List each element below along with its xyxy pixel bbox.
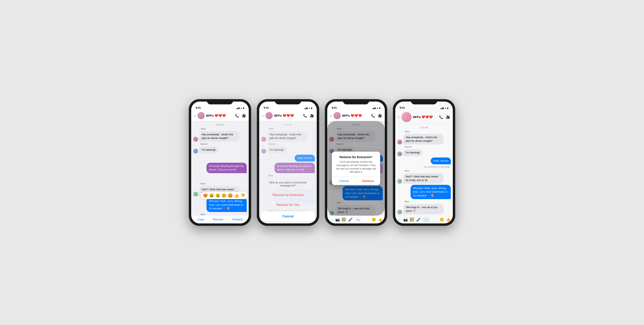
chat-title-4[interactable]: BFFs ❤️❤️❤️ bbox=[413, 115, 438, 119]
emoji-thumbsdown[interactable]: 👎 bbox=[240, 193, 245, 198]
camera-icon-4[interactable]: 📷 bbox=[403, 217, 408, 222]
bubble-tanvi-4: Hey everybody - what's the plan for dinn… bbox=[403, 134, 444, 144]
back-button-2[interactable]: ‹ bbox=[262, 113, 264, 118]
status-time-4: 9:41 bbox=[400, 106, 405, 109]
bar1-2 bbox=[304, 108, 305, 109]
emoji-thumbsup[interactable]: 👍 bbox=[234, 193, 239, 198]
sender-tanvi-4: Tanvi bbox=[404, 130, 451, 133]
avatar-rachel-2 bbox=[261, 149, 266, 153]
sheet-title-2: Who do you want to remove this message f… bbox=[261, 178, 315, 190]
alert-cancel-btn-3[interactable]: Cancel bbox=[332, 177, 356, 185]
toolbar-3: ⋯ 📷 🖼️ 🎤 Aa 🙂 👍 bbox=[327, 216, 385, 223]
phone-icon-3[interactable]: 📞 bbox=[371, 114, 375, 118]
alert-remove-btn-3[interactable]: Remove bbox=[356, 177, 380, 185]
mic-icon-3[interactable]: 🎤 bbox=[348, 217, 352, 222]
notch-4 bbox=[411, 99, 437, 104]
emoji-icon-4[interactable]: 🙂 bbox=[440, 217, 444, 222]
signal-bars-3 bbox=[372, 107, 376, 109]
avatar-alice-4b bbox=[397, 210, 402, 214]
bubble-alice-4a: Huh? I think that was meant for Andy, no… bbox=[403, 173, 444, 184]
sender-alice-4b: Alice bbox=[404, 200, 451, 203]
phone-icon-2[interactable]: 📞 bbox=[303, 114, 307, 118]
action-sheet-2: Who do you want to remove this message f… bbox=[259, 178, 317, 223]
video-icon-1[interactable]: 🎥 bbox=[242, 114, 246, 118]
phone-4: 9:41 ▲ ▮ ‹ BFFs ❤️❤️❤️ bbox=[393, 99, 455, 226]
wifi-icon-2: ▲ bbox=[308, 107, 310, 109]
msg-out-4a: Yeah, me too bbox=[397, 157, 451, 164]
alert-buttons-3: Cancel Remove bbox=[332, 177, 380, 185]
photo-icon-3[interactable]: 🖼️ bbox=[342, 217, 346, 222]
bar1-4 bbox=[440, 108, 441, 109]
toolbar-4: ⋯ 📷 🖼️ 🎤 Aa 🙂 👍 bbox=[395, 216, 453, 223]
bubble-out-4a: Yeah, me too bbox=[431, 157, 451, 164]
phone-icon-4[interactable]: 📞 bbox=[439, 115, 443, 119]
bubble-tanvi-2: Hey everybody - what's the plan for dinn… bbox=[267, 131, 308, 142]
group-avatar-1 bbox=[198, 112, 205, 119]
wifi-icon-3: ▲ bbox=[376, 107, 378, 109]
chat-title-2[interactable]: BFFs ❤️❤️❤️ bbox=[274, 114, 302, 117]
remove-you-btn-2[interactable]: Remove for You bbox=[261, 200, 315, 210]
chat-title-3[interactable]: BFFs ❤️❤️❤️ bbox=[342, 114, 370, 117]
notch-2 bbox=[275, 99, 301, 104]
cancel-btn-2[interactable]: Cancel bbox=[261, 211, 315, 221]
aa-input-3[interactable]: Aa bbox=[354, 218, 362, 222]
msg-tanvi-2: Hey everybody - what's the plan for dinn… bbox=[261, 131, 315, 142]
sender-tanvi-1: Tanvi bbox=[200, 127, 247, 130]
back-button-4[interactable]: ‹ bbox=[398, 115, 400, 119]
messages-area-1: 9:30 AM Tanvi Hey everybody - what's the… bbox=[191, 121, 249, 215]
sender-tanvi-2: Tanvi bbox=[268, 127, 315, 130]
signal-bars-2 bbox=[304, 107, 308, 109]
sender-alice-1a: Alice bbox=[200, 182, 247, 185]
back-button-3[interactable]: ‹ bbox=[330, 113, 332, 118]
sender-alice-2a: Alice bbox=[268, 174, 315, 177]
mic-icon-4[interactable]: 🎤 bbox=[416, 217, 420, 222]
battery-1: ▮ bbox=[243, 107, 244, 109]
bubble-out-4b: Whoops! Yeah, sorry. Wrong chat. Let's m… bbox=[410, 185, 451, 199]
back-button-1[interactable]: ‹ bbox=[194, 113, 196, 118]
group-avatar-4 bbox=[402, 112, 412, 122]
bubble-alice-4b: Tell Andy hi -- see all of you soon! 🏃‍♀… bbox=[403, 204, 444, 214]
context-menu-2: Who do you want to remove this message f… bbox=[261, 178, 315, 210]
dots-icon-4[interactable]: ⋯ bbox=[398, 217, 401, 222]
thumb-icon-3[interactable]: 👍 bbox=[378, 217, 382, 222]
forward-button-1[interactable]: Forward bbox=[232, 218, 242, 221]
bar4-2 bbox=[307, 107, 308, 109]
bubble-out-1b: Whoops! Yeah, sorry. Wrong chat. Let's m… bbox=[206, 198, 247, 212]
camera-icon-3[interactable]: 📷 bbox=[335, 217, 340, 222]
remove-everyone-btn-2[interactable]: Remove for Everyone bbox=[261, 190, 315, 200]
remove-button-1[interactable]: Remove bbox=[213, 218, 224, 221]
removed-message-4: You removed a message bbox=[397, 166, 450, 168]
emoji-icon-3[interactable]: 🙂 bbox=[372, 217, 376, 222]
avatar-rachel-1 bbox=[193, 149, 198, 153]
emoji-wow[interactable]: 😮 bbox=[215, 193, 220, 198]
msg-tanvi-4: Hey everybody - what's the plan for dinn… bbox=[397, 134, 451, 144]
thumb-icon-4[interactable]: 👍 bbox=[446, 217, 450, 222]
emoji-sad[interactable]: 😢 bbox=[222, 193, 226, 198]
bar2-4 bbox=[441, 108, 442, 109]
bubble-hailey-1: Hi honey! Meeting the girls for dinner. … bbox=[206, 163, 247, 173]
video-icon-2[interactable]: 🎥 bbox=[310, 114, 314, 118]
phone-icon-1[interactable]: 📞 bbox=[235, 114, 239, 118]
dots-icon-3[interactable]: ⋯ bbox=[330, 217, 333, 222]
group-avatar-3 bbox=[334, 112, 341, 119]
status-time-2: 9:41 bbox=[264, 106, 269, 109]
bar2 bbox=[237, 108, 238, 109]
bar2-3 bbox=[373, 108, 374, 109]
video-icon-4[interactable]: 🎥 bbox=[446, 115, 450, 119]
bar4 bbox=[239, 107, 240, 109]
messages-area-3: 9:30 AM Tanvi Hey everybody - what's the… bbox=[327, 121, 385, 216]
aa-input-4[interactable]: Aa bbox=[422, 218, 430, 222]
chat-header-4: ‹ BFFs ❤️❤️❤️ 📞 🎥 bbox=[395, 110, 453, 124]
copy-button-1[interactable]: Copy bbox=[198, 218, 204, 221]
phone-1: 9:41 ▲ ▮ ‹ BFFs ❤️❤️❤️ bbox=[189, 99, 251, 226]
photo-icon-4[interactable]: 🖼️ bbox=[410, 217, 414, 222]
emoji-love[interactable]: 😍 bbox=[203, 193, 208, 198]
emoji-strip-1[interactable]: 😍 😆 😮 😢 😡 👍 👎 bbox=[200, 192, 248, 199]
video-icon-3[interactable]: 🎥 bbox=[378, 114, 382, 118]
bar1 bbox=[236, 108, 237, 109]
bubble-out-2a: Yeah, me too bbox=[295, 155, 315, 161]
chat-title-1[interactable]: BFFs ❤️❤️❤️ bbox=[206, 114, 234, 117]
bar4-3 bbox=[375, 107, 376, 109]
emoji-angry[interactable]: 😡 bbox=[228, 193, 233, 198]
emoji-laugh[interactable]: 😆 bbox=[209, 193, 214, 198]
